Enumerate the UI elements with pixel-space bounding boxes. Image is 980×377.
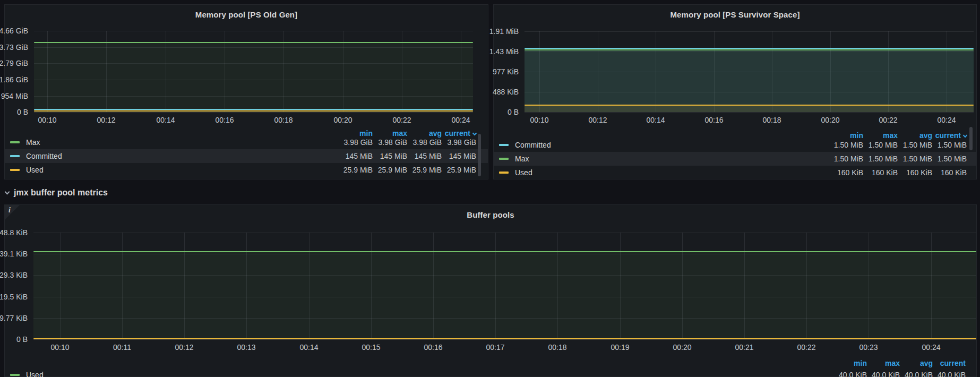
series-area-fill <box>34 43 473 112</box>
legend-row-committed: Committed1.50 MiB1.50 MiB1.50 MiB1.50 Mi… <box>494 138 976 152</box>
legend-value-current: 1.50 MiB <box>932 155 967 163</box>
gridline-horizontal <box>33 233 976 233</box>
legend-value-min: 1.50 MiB <box>829 155 863 163</box>
x-axis-tick-label: 00:10 <box>38 116 56 124</box>
gridline-horizontal <box>33 339 976 340</box>
y-axis-tick-label: 1.86 GiB <box>0 75 28 84</box>
x-axis-tick-label: 00:18 <box>274 116 293 124</box>
legend-value-min: 3.98 GiB <box>338 138 373 147</box>
x-axis-tick-label: 00:13 <box>237 343 255 352</box>
panel-memory-pool-ps-survivor-space: Memory pool [PS Survivor Space]1.91 MiB1… <box>493 4 977 179</box>
info-icon[interactable]: i <box>8 206 11 215</box>
series-line <box>525 48 974 49</box>
legend-scrollbar[interactable] <box>969 127 973 150</box>
series-line <box>33 251 976 252</box>
legend-value-max: 160 KiB <box>863 168 898 177</box>
x-axis-tick-label: 00:18 <box>762 116 781 124</box>
legend-value-min: 145 MiB <box>338 152 373 160</box>
y-axis-tick-label: 1.91 MiB <box>489 27 519 36</box>
x-axis-tick-label: 00:14 <box>156 116 175 124</box>
legend-value-max: 145 MiB <box>373 152 407 160</box>
x-axis-tick-label: 00:20 <box>333 116 352 124</box>
x-axis-tick-label: 00:20 <box>821 116 839 124</box>
legend-series-name[interactable]: Max <box>26 138 40 147</box>
panel-title[interactable]: Memory pool [PS Old Gen] <box>5 10 488 19</box>
legend-value-max: 1.50 MiB <box>863 155 898 163</box>
series-area-fill <box>525 106 974 112</box>
legend-sort-header-min[interactable]: min <box>834 359 867 367</box>
x-axis-tick-label: 00:11 <box>113 343 131 352</box>
chevron-down-icon <box>472 131 477 135</box>
section-title: jmx buffer pool metrics <box>14 188 108 198</box>
legend-row-committed: Committed145 MiB145 MiB145 MiB145 MiB <box>5 149 488 163</box>
legend-value-max: 25.9 MiB <box>373 166 407 174</box>
legend-series-name[interactable]: Max <box>515 155 529 163</box>
x-axis-tick-label: 00:22 <box>797 343 815 352</box>
legend-series-name[interactable]: Used <box>26 371 44 377</box>
x-axis-tick-label: 00:17 <box>486 343 504 352</box>
y-axis-tick-label: 488 KiB <box>493 88 519 96</box>
x-axis-tick-label: 00:10 <box>530 116 548 124</box>
y-axis-tick-label: 977 KiB <box>493 67 519 76</box>
section-header-jmx-buffer-pool-metrics[interactable]: jmx buffer pool metrics <box>5 188 108 198</box>
legend-value-cells: 1.50 MiB1.50 MiB1.50 MiB1.50 MiB <box>829 141 967 149</box>
panel-title[interactable]: Memory pool [PS Survivor Space] <box>494 10 976 19</box>
series-line <box>34 42 473 43</box>
y-axis-tick-label: 0 B <box>17 108 28 116</box>
legend-value-avg: 40.0 KiB <box>900 371 933 377</box>
panel-memory-pool-ps-old-gen: Memory pool [PS Old Gen]4.66 GiB3.73 GiB… <box>4 4 488 179</box>
y-axis-tick-label: 29.3 KiB <box>0 271 28 279</box>
x-axis-tick-label: 00:16 <box>704 116 723 124</box>
legend-value-current: 25.9 MiB <box>442 166 476 174</box>
series-color-swatch <box>499 144 509 146</box>
legend-value-cells: 3.98 GiB3.98 GiB3.98 GiB3.98 GiB <box>338 138 476 147</box>
legend-value-current: 40.0 KiB <box>933 371 966 377</box>
legend-value-avg: 145 MiB <box>407 152 442 160</box>
legend-value-max: 1.50 MiB <box>863 141 898 149</box>
legend-row-max: Max3.98 GiB3.98 GiB3.98 GiB3.98 GiB <box>5 135 488 149</box>
gridline-horizontal <box>34 112 473 113</box>
y-axis-tick-label: 4.66 GiB <box>0 27 28 35</box>
legend-value-avg: 25.9 MiB <box>407 166 442 174</box>
y-axis-tick-label: 0 B <box>16 335 28 344</box>
legend-scrollbar[interactable] <box>478 134 481 176</box>
x-axis-tick-label: 00:24 <box>451 116 470 124</box>
legend-value-cells: 40.0 KiB40.0 KiB40.0 KiB40.0 KiB <box>834 371 966 377</box>
legend-value-max: 3.98 GiB <box>373 138 407 147</box>
x-axis-tick-label: 00:10 <box>50 343 69 352</box>
panel-title[interactable]: Buffer pools <box>5 210 976 219</box>
legend-series-name[interactable]: Committed <box>26 152 62 160</box>
series-color-swatch <box>10 374 20 376</box>
gridline-horizontal <box>34 31 473 31</box>
series-color-swatch <box>499 172 509 174</box>
panel-info-corner[interactable] <box>5 205 20 220</box>
x-axis-tick-label: 00:12 <box>588 116 607 124</box>
x-axis-tick-label: 00:21 <box>735 343 753 352</box>
series-line <box>33 338 976 339</box>
legend-value-avg: 3.98 GiB <box>407 138 442 147</box>
legend-value-min: 25.9 MiB <box>338 166 373 174</box>
y-axis-tick-label: 954 MiB <box>1 92 28 100</box>
legend-value-min: 1.50 MiB <box>829 141 863 149</box>
legend-value-avg: 1.50 MiB <box>898 141 932 149</box>
x-axis-tick-label: 00:12 <box>175 343 193 352</box>
legend-value-cells: 1.50 MiB1.50 MiB1.50 MiB1.50 MiB <box>829 155 967 163</box>
legend-series-name[interactable]: Used <box>26 166 44 174</box>
y-axis-tick-label: 39.1 KiB <box>0 250 28 258</box>
x-axis-tick-label: 00:12 <box>97 116 115 124</box>
x-axis-tick-label: 00:16 <box>424 343 442 352</box>
legend-sort-header-max[interactable]: max <box>867 359 900 367</box>
legend-value-cells: 160 KiB160 KiB160 KiB160 KiB <box>829 168 967 177</box>
legend-series-name[interactable]: Committed <box>515 141 551 149</box>
legend-series-name[interactable]: Used <box>515 168 532 177</box>
x-axis-tick-label: 00:15 <box>362 343 380 352</box>
legend-row-used: Used25.9 MiB25.9 MiB25.9 MiB25.9 MiB <box>5 163 488 177</box>
y-axis-tick-label: 9.77 KiB <box>0 314 28 322</box>
legend-row-used: Used40.0 KiB40.0 KiB40.0 KiB40.0 KiB <box>5 368 976 377</box>
legend-value-avg: 160 KiB <box>898 168 932 177</box>
y-axis-tick-label: 48.8 KiB <box>0 228 28 237</box>
series-color-swatch <box>499 158 509 160</box>
legend-sort-header-current[interactable]: current <box>933 359 966 367</box>
x-axis-tick-label: 00:16 <box>215 116 234 124</box>
legend-sort-header-avg[interactable]: avg <box>900 359 933 367</box>
